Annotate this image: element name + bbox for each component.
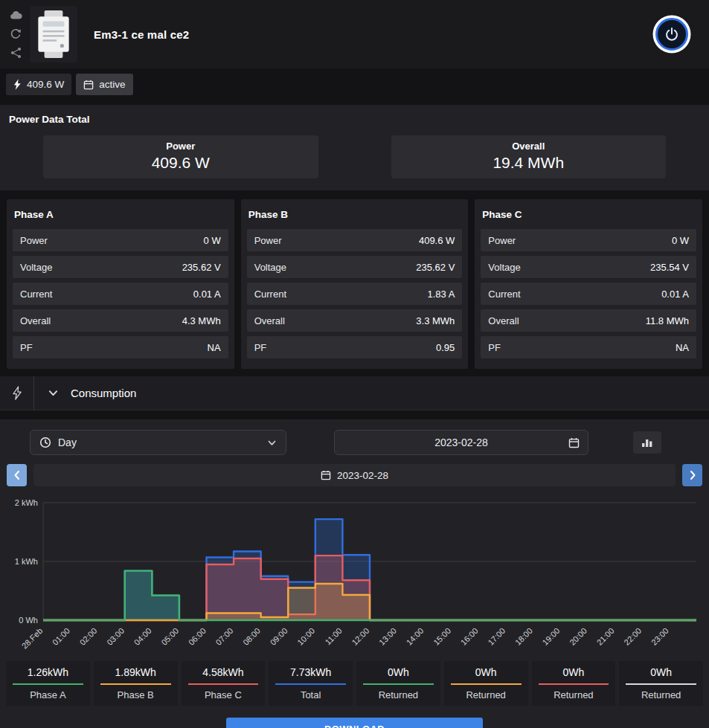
- total-power-label: Power: [49, 141, 312, 152]
- legend-value: 0Wh: [535, 666, 613, 678]
- svg-text:13:00: 13:00: [377, 626, 398, 647]
- refresh-icon[interactable]: [10, 28, 22, 39]
- power-button[interactable]: [655, 18, 688, 51]
- svg-text:06:00: 06:00: [187, 626, 208, 647]
- date-input[interactable]: 2023-02-28: [334, 430, 588, 455]
- total-overall-card: Overall 19.4 MWh: [391, 135, 667, 178]
- next-day-button[interactable]: [682, 464, 702, 486]
- phase-row: Voltage235.62 V: [13, 256, 228, 278]
- row-label: Power: [488, 235, 516, 246]
- energy-bolt-icon: [0, 376, 34, 410]
- row-label: Current: [254, 289, 286, 300]
- schedule-badge[interactable]: active: [76, 74, 132, 95]
- phase-row: Current1.83 A: [247, 283, 463, 305]
- row-label: Voltage: [20, 262, 52, 273]
- svg-text:16:00: 16:00: [459, 626, 480, 647]
- period-select[interactable]: Day: [30, 430, 286, 455]
- row-value: 235.62 V: [416, 262, 455, 273]
- row-value: 0 W: [204, 235, 221, 246]
- row-value: 1.83 A: [427, 289, 455, 300]
- calendar-icon: [83, 80, 94, 90]
- device-image: [30, 6, 77, 62]
- consumption-title: Consumption: [71, 387, 136, 399]
- svg-text:10:00: 10:00: [295, 626, 316, 647]
- legend-tile-returned-total: 0Wh Returned: [619, 661, 703, 706]
- phase-row: Current0.01 A: [481, 283, 696, 305]
- phase-title: Phase C: [481, 205, 696, 229]
- phase-row: Overall3.3 MWh: [247, 309, 463, 332]
- phase-title: Phase B: [247, 205, 463, 229]
- svg-text:05:00: 05:00: [159, 626, 180, 647]
- legend-tile-phase-b: 1.89kWh Phase B: [94, 661, 178, 706]
- row-value: NA: [676, 342, 689, 353]
- phase-row: PFNA: [13, 336, 228, 358]
- row-label: Voltage: [488, 262, 520, 273]
- row-label: Current: [20, 289, 52, 300]
- consumption-section-header[interactable]: Consumption: [0, 376, 709, 410]
- legend-color-line: [626, 683, 696, 685]
- row-label: PF: [488, 342, 501, 353]
- legend-label: Total: [272, 689, 350, 700]
- legend-color-line: [100, 683, 171, 685]
- status-badges: 409.6 W active: [0, 68, 709, 100]
- svg-text:03:00: 03:00: [105, 626, 126, 647]
- power-icon: [664, 27, 679, 42]
- cloud-icon[interactable]: [10, 10, 22, 20]
- legend-color-line: [363, 683, 434, 685]
- phase-row: Power0 W: [13, 229, 228, 251]
- chart-controls: Day 2023-02-28: [0, 430, 709, 455]
- power-badge-value: 409.6 W: [27, 79, 64, 90]
- svg-text:22:00: 22:00: [622, 626, 643, 647]
- consumption-chart: 0 Wh1 kWh2 kWh28.Feb01:0002:0003:0004:00…: [6, 495, 703, 658]
- legend-label: Phase A: [9, 689, 87, 700]
- svg-text:12:00: 12:00: [350, 626, 370, 647]
- legend-value: 0Wh: [622, 666, 700, 678]
- svg-text:19:00: 19:00: [541, 626, 562, 647]
- svg-text:1 kWh: 1 kWh: [15, 557, 38, 566]
- chart-canvas: 0 Wh1 kWh2 kWh28.Feb01:0002:0003:0004:00…: [6, 495, 703, 655]
- svg-text:09:00: 09:00: [269, 626, 289, 647]
- share-icon[interactable]: [10, 47, 22, 59]
- legend-value: 0Wh: [359, 666, 437, 678]
- schedule-badge-label: active: [99, 79, 125, 90]
- svg-text:02:00: 02:00: [78, 626, 99, 647]
- phase-row: PFNA: [481, 336, 696, 358]
- phase-row: Voltage235.54 V: [481, 256, 696, 278]
- svg-text:2 kWh: 2 kWh: [15, 498, 38, 507]
- legend-value: 7.73kWh: [272, 666, 350, 678]
- download-button[interactable]: DOWNLOAD: [226, 718, 483, 728]
- legend-color-line: [188, 683, 259, 685]
- phase-row: Current0.01 A: [13, 283, 228, 305]
- svg-text:14:00: 14:00: [405, 626, 426, 647]
- row-value: 3.3 MWh: [416, 315, 455, 326]
- histogram-icon: [641, 437, 653, 448]
- chart-type-button[interactable]: [633, 431, 661, 454]
- legend-color-line: [451, 683, 522, 685]
- calendar-icon: [321, 470, 331, 480]
- row-value: 0 W: [672, 235, 689, 246]
- phase-row: Power409.6 W: [247, 229, 463, 251]
- phase-row: Power0 W: [481, 229, 696, 251]
- svg-text:23:00: 23:00: [649, 626, 670, 647]
- chevron-down-icon[interactable]: [48, 387, 59, 399]
- previous-day-button[interactable]: [7, 464, 27, 486]
- legend-label: Phase B: [97, 689, 175, 700]
- row-label: Power: [254, 235, 282, 246]
- legend-value: 1.26kWh: [9, 666, 87, 678]
- legend-color-line: [539, 683, 609, 685]
- row-value: 0.01 A: [661, 289, 689, 300]
- period-select-value: Day: [58, 437, 77, 448]
- svg-text:04:00: 04:00: [132, 626, 153, 647]
- phase-cards: Phase A Power0 W Voltage235.62 V Current…: [0, 190, 709, 369]
- svg-text:20:00: 20:00: [568, 626, 588, 647]
- date-input-value: 2023-02-28: [434, 437, 488, 448]
- row-value: 409.6 W: [419, 235, 455, 246]
- header-side-icons: [6, 10, 25, 59]
- phase-row: PF0.95: [247, 336, 463, 358]
- row-label: Power: [20, 235, 48, 246]
- row-label: Overall: [488, 315, 519, 326]
- row-value: 235.62 V: [182, 262, 221, 273]
- current-date-bar: 2023-02-28: [33, 464, 676, 486]
- legend-value: 4.58kWh: [185, 666, 263, 678]
- total-power-value: 409.6 W: [49, 154, 312, 172]
